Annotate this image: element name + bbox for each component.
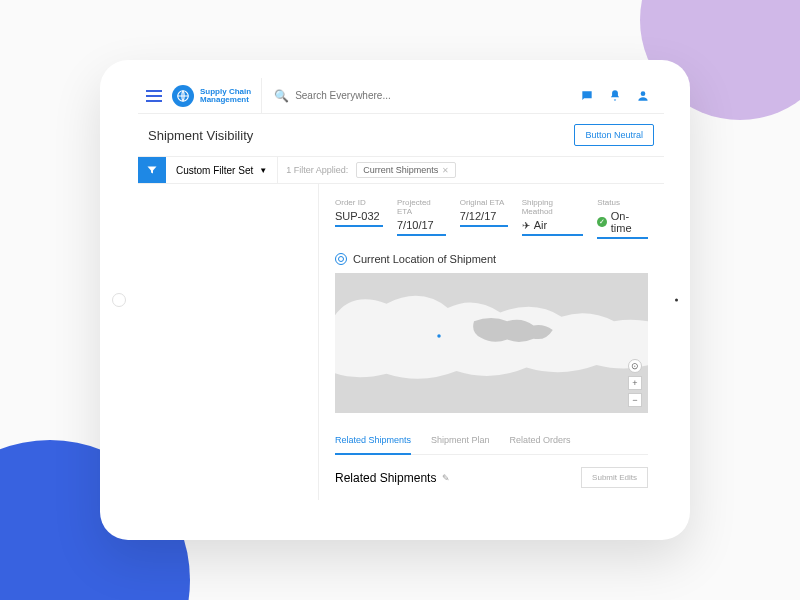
tab-related-shipments[interactable]: Related Shipments — [335, 427, 411, 455]
page-header: Shipment Visibility Button Neutral — [138, 114, 664, 156]
filter-applied-text: 1 Filter Applied: — [278, 165, 356, 175]
filter-select-label: Custom Filter Set — [176, 165, 253, 176]
map-zoom-out-button[interactable]: − — [628, 393, 642, 407]
tabs: Related Shipments Shipment Plan Related … — [335, 427, 648, 455]
detail-fields: Order ID SUP-032 Projected ETA 7/10/17 O… — [335, 198, 648, 239]
tab-content-title: Related Shipments ✎ — [335, 471, 450, 485]
field-status: Status ✓ On-time — [597, 198, 648, 239]
field-order-id: Order ID SUP-032 — [335, 198, 383, 239]
topbar-actions — [580, 89, 656, 103]
search-container: 🔍 — [261, 78, 570, 113]
target-icon — [335, 253, 347, 265]
tablet-frame: Supply Chain Management 🔍 — [100, 60, 690, 540]
chat-icon[interactable] — [580, 89, 594, 103]
svg-point-3 — [437, 334, 441, 338]
search-icon: 🔍 — [274, 89, 289, 103]
button-neutral[interactable]: Button Neutral — [574, 124, 654, 146]
page-title: Shipment Visibility — [148, 128, 253, 143]
tablet-camera-dot — [675, 299, 678, 302]
status-ok-icon: ✓ — [597, 217, 607, 227]
tab-content: Related Shipments ✎ Submit Edits — [335, 455, 648, 500]
map-controls: ⊙ + − — [628, 359, 642, 407]
field-original-eta: Original ETA 7/12/17 — [460, 198, 508, 239]
map-zoom-in-button[interactable]: + — [628, 376, 642, 390]
submit-edits-button[interactable]: Submit Edits — [581, 467, 648, 488]
user-icon[interactable] — [636, 89, 650, 103]
field-shipping-method: Shipping Meathod ✈ Air — [522, 198, 584, 239]
edit-icon[interactable]: ✎ — [442, 473, 450, 483]
menu-hamburger-icon[interactable] — [146, 90, 162, 102]
tablet-home-button — [112, 293, 126, 307]
content-area: Order ID SUP-032 Projected ETA 7/10/17 O… — [138, 184, 664, 500]
brand-logo[interactable]: Supply Chain Management — [172, 85, 251, 107]
tab-related-orders[interactable]: Related Orders — [510, 427, 571, 454]
bell-icon[interactable] — [608, 89, 622, 103]
airplane-icon: ✈ — [522, 220, 530, 231]
map-svg — [335, 273, 648, 413]
filter-select[interactable]: Custom Filter Set ▼ — [166, 157, 278, 183]
filter-chip[interactable]: Current Shipments ✕ — [356, 162, 456, 178]
chip-remove-icon[interactable]: ✕ — [442, 166, 449, 175]
topbar: Supply Chain Management 🔍 — [138, 78, 664, 114]
detail-panel: Order ID SUP-032 Projected ETA 7/10/17 O… — [318, 184, 664, 500]
field-projected-eta: Projected ETA 7/10/17 — [397, 198, 446, 239]
brand-text: Supply Chain Management — [200, 88, 251, 104]
globe-icon — [172, 85, 194, 107]
tab-shipment-plan[interactable]: Shipment Plan — [431, 427, 490, 454]
app-screen: Supply Chain Management 🔍 — [138, 78, 664, 522]
search-input[interactable] — [295, 90, 570, 101]
chevron-down-icon: ▼ — [259, 166, 267, 175]
svg-point-1 — [641, 91, 646, 96]
filter-bar: Custom Filter Set ▼ 1 Filter Applied: Cu… — [138, 156, 664, 184]
map-recenter-button[interactable]: ⊙ — [628, 359, 642, 373]
filter-icon[interactable] — [138, 157, 166, 183]
map-section-title: Current Location of Shipment — [335, 253, 648, 265]
map-container[interactable]: ⊙ + − — [335, 273, 648, 413]
